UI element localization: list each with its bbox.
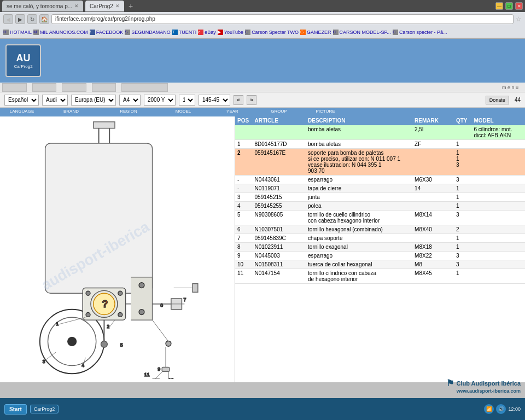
- bookmark-segundamano[interactable]: S SEGUNDAMANO: [125, 30, 171, 35]
- cell-article: 8D0145177D: [253, 140, 306, 149]
- cell-model: [471, 260, 525, 269]
- cell-qty: 2: [454, 225, 472, 234]
- forward-button[interactable]: ▶: [15, 14, 25, 24]
- maximize-button[interactable]: □: [505, 2, 513, 10]
- next-arrow[interactable]: »: [247, 95, 256, 105]
- diagram-area: ? 1 2 3 4: [0, 116, 235, 382]
- cell-model: [471, 184, 525, 193]
- bookmark-youtube[interactable]: ▶ YouTube: [218, 30, 243, 35]
- svg-point-39: [166, 341, 171, 346]
- bookmark-carsonspecterpa[interactable]: C Carson specter - Pá...: [393, 30, 447, 35]
- th-qty: QTY: [454, 116, 472, 125]
- address-bar[interactable]: ifinterface.com/prog/car/prog2/inprog.ph…: [51, 14, 514, 24]
- svg-line-15: [109, 320, 115, 327]
- cell-description: chapa soporte: [306, 234, 412, 243]
- cell-description: polea: [306, 202, 412, 211]
- start-button[interactable]: Start: [4, 404, 27, 415]
- bookmark-facebook[interactable]: f FACEBOOK: [90, 30, 124, 35]
- table-row: 3059145215junta1: [235, 193, 525, 202]
- region-select[interactable]: Europa (EU): [71, 95, 116, 106]
- cell-description: bomba aletas: [306, 125, 412, 140]
- cell-model: [471, 149, 525, 176]
- close-button[interactable]: ✕: [515, 2, 523, 10]
- svg-line-19: [84, 358, 85, 365]
- bookmark-hotmail[interactable]: H HOTMAIL: [3, 30, 32, 35]
- page-content: AU CarProg2 m e n u Español Audi Europa …: [0, 39, 525, 382]
- menu-tab-placeholder4[interactable]: [92, 83, 116, 92]
- table-row: -N0119071tapa de cierre141: [235, 184, 525, 193]
- cell-qty: 1: [454, 193, 472, 202]
- bookmark-carsonspecter2[interactable]: C Carson Specter TWO: [245, 30, 299, 35]
- cell-model: [471, 225, 525, 234]
- bookmark-tuenti-icon: T: [172, 30, 178, 35]
- cell-model: [471, 234, 525, 243]
- bookmark-youtube-icon: ▶: [218, 30, 223, 35]
- tab-bar: se me caló, y tomooma p... ✕ CarProg2 ✕ …: [2, 1, 133, 11]
- cell-qty: 113: [454, 149, 472, 176]
- svg-point-10: [86, 313, 90, 317]
- svg-text:8: 8: [160, 302, 163, 308]
- cell-pos: 11: [235, 269, 253, 284]
- cell-qty: 3: [454, 252, 472, 260]
- system-clock: 12:00: [508, 406, 521, 412]
- cell-article: N01508311: [253, 260, 306, 269]
- table-row: 18D0145177Dbomba aletasZF1: [235, 140, 525, 149]
- cell-remark: M8: [412, 260, 454, 269]
- window-controls: — □ ✕: [495, 2, 523, 10]
- page-number: 44: [515, 97, 521, 103]
- cell-remark: M8X18: [412, 243, 454, 252]
- brand-select[interactable]: Audi: [42, 95, 68, 106]
- svg-point-9: [118, 291, 122, 295]
- group-select[interactable]: 1: [179, 95, 195, 106]
- bookmark-tuenti[interactable]: T TUENTI: [172, 30, 197, 35]
- menu-tab-placeholder2[interactable]: [32, 83, 57, 92]
- year-select[interactable]: 2000 Y: [144, 95, 176, 106]
- bookmark-milanuncios[interactable]: M MIL ANUNCIOS.COM: [33, 30, 88, 35]
- menu-tab-placeholder5[interactable]: [121, 83, 168, 92]
- menu-tab-placeholder3[interactable]: [62, 83, 86, 92]
- cell-description: tuerca de collar hexagonal: [306, 260, 412, 269]
- picture-select[interactable]: 145-45: [199, 95, 230, 106]
- svg-point-3: [68, 337, 77, 346]
- prev-arrow[interactable]: «: [234, 95, 243, 105]
- bookmark-carsonmodel[interactable]: C CARSON MODEL-SP...: [333, 30, 391, 35]
- tab-inactive[interactable]: se me caló, y tomooma p... ✕: [2, 1, 83, 11]
- sys-icon-sound[interactable]: 🔊: [496, 404, 506, 414]
- tab-close-inactive[interactable]: ✕: [74, 3, 79, 9]
- bookmark-star[interactable]: ☆: [516, 15, 522, 23]
- cell-pos: 10: [235, 260, 253, 269]
- cell-qty: 1: [454, 184, 472, 193]
- home-button[interactable]: 🏠: [39, 14, 49, 24]
- cell-article: 059145839C: [253, 234, 306, 243]
- bookmark-gamezer[interactable]: G GAMEZER: [300, 30, 331, 35]
- refresh-button[interactable]: ↻: [27, 14, 37, 24]
- table-row: 2059145167Esoporte para bomba de paletas…: [235, 149, 525, 176]
- title-bar: se me caló, y tomooma p... ✕ CarProg2 ✕ …: [0, 0, 525, 12]
- taskbar-carprog2[interactable]: CarProg2: [30, 405, 59, 413]
- tab-close-active[interactable]: ✕: [115, 3, 120, 9]
- new-tab-button[interactable]: +: [129, 2, 133, 10]
- donate-button[interactable]: Donate: [486, 96, 509, 104]
- back-button[interactable]: ◀: [3, 14, 13, 24]
- model-select[interactable]: A4: [119, 95, 141, 106]
- svg-line-42: [155, 371, 163, 379]
- cell-description: tornillo de cuello cilindricocon cabeza …: [306, 211, 412, 225]
- sys-icon-network[interactable]: 📶: [484, 404, 494, 414]
- cell-remark: [412, 234, 454, 243]
- cell-remark: M8X45: [412, 269, 454, 284]
- minimize-button[interactable]: —: [495, 2, 503, 10]
- menu-tab-placeholder1[interactable]: [2, 83, 27, 92]
- cell-description: tornillo hexagonal (combinado): [306, 225, 412, 234]
- table-row: 5N90308605tornillo de cuello cilindricoc…: [235, 211, 525, 225]
- cell-description: tornillo cilindrico con cabezade hexagon…: [306, 269, 412, 284]
- cell-remark: 2,5l: [412, 125, 454, 140]
- th-pos: POS: [235, 116, 253, 125]
- cell-article: 059145215: [253, 193, 306, 202]
- language-select[interactable]: Español: [4, 95, 39, 106]
- bookmark-ebay[interactable]: e eBay: [198, 30, 216, 35]
- tab-active[interactable]: CarProg2 ✕: [85, 1, 124, 11]
- cell-article: [253, 125, 306, 140]
- table-header-row: POS ARTICLE DESCRIPTION REMARK QTY MODEL: [235, 116, 525, 125]
- cell-remark: [412, 149, 454, 176]
- cell-description: esparrago: [306, 176, 412, 184]
